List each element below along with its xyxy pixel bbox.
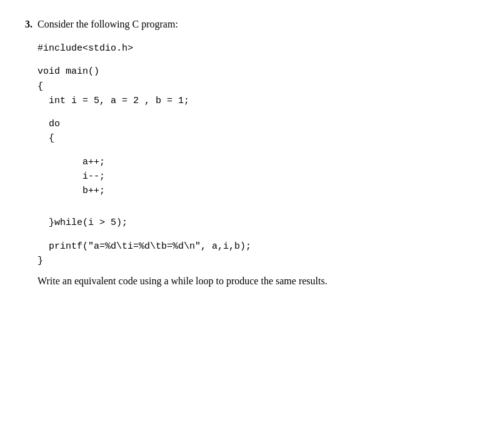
open-brace-outer: { [38,79,455,94]
code-block: #include<stdio.h> void main() { int i = … [38,41,455,268]
stmt-i-line: i--; [38,169,455,184]
blank-line-2 [38,108,455,117]
blank-line-5 [38,207,455,216]
question-number: 3. [25,19,32,30]
blank-line-4 [38,198,455,207]
void-main-line: void main() [38,64,455,79]
do-line: do [38,117,455,131]
question-container: 3. Consider the following C program: #in… [25,19,455,287]
blank-line-1 [38,56,455,64]
int-decl-line: int i = 5, a = 2 , b = 1; [38,94,455,108]
stmt-a-line: a++; [38,155,455,169]
printf-line: printf("a=%d\ti=%d\tb=%d\n", a,i,b); [38,239,455,254]
while-cond-line: }while(i > 5); [38,216,455,230]
instruction-text: Write an equivalent code using a while l… [38,276,455,287]
question-header: 3. Consider the following C program: [25,19,455,30]
blank-line-6 [38,231,455,239]
blank-line-3 [38,146,455,155]
include-line: #include<stdio.h> [38,41,455,56]
question-text: Consider the following C program: [38,19,178,30]
open-brace-inner: { [38,131,455,146]
close-brace-outer: } [38,254,455,268]
stmt-b-line: b++; [38,184,455,198]
